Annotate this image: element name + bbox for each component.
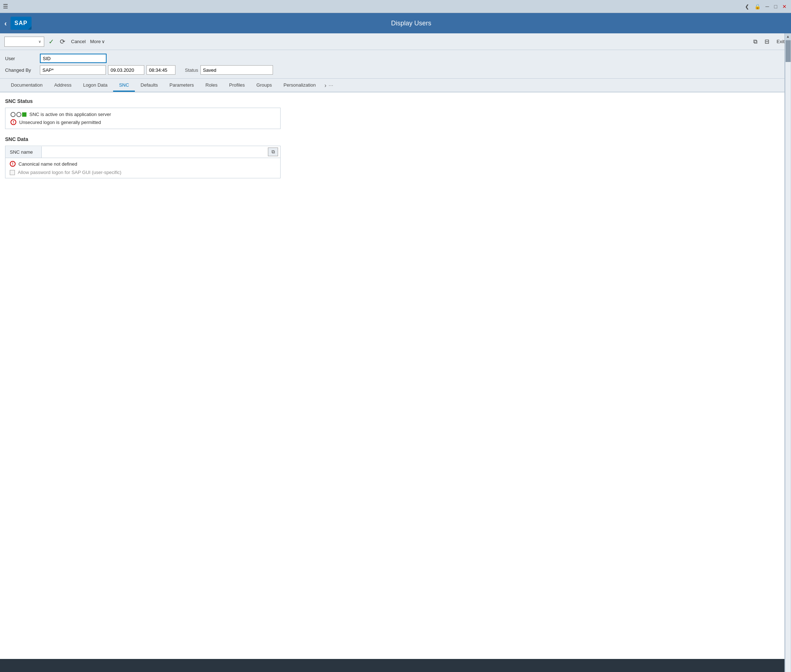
dropdown-arrow-icon: ∨: [38, 40, 41, 43]
right-scrollbar: ▲ ▼ ›: [785, 34, 791, 672]
app-header: ‹ SAP Display Users: [0, 13, 791, 34]
tabs-bar: Documentation Address Logon Data SNC Def…: [0, 78, 791, 93]
changed-by-row: Changed By Status: [5, 65, 786, 75]
snc-canonical-error-row: ! Canonical name not defined: [10, 161, 276, 167]
changed-by-label: Changed By: [5, 67, 38, 73]
snc-warning-row: ! Unsecured logon is generally permitted: [11, 119, 275, 125]
snc-browse-btn[interactable]: ⧉: [268, 147, 278, 156]
warning-icon: !: [11, 119, 16, 125]
close-btn[interactable]: ✕: [781, 3, 788, 10]
minimize-btn[interactable]: ─: [764, 3, 771, 10]
command-dropdown[interactable]: ∨: [4, 37, 44, 47]
toolbar-right: ⧉ ⊟ Exit: [751, 37, 787, 46]
tab-snc[interactable]: SNC: [113, 78, 135, 92]
restore-view-btn[interactable]: ⧉: [751, 38, 759, 46]
check-button[interactable]: ✓: [47, 37, 56, 46]
snc-status-title: SNC Status: [5, 98, 786, 104]
tab-address[interactable]: Address: [48, 78, 77, 92]
tabs-more-btn[interactable]: ›: [322, 79, 328, 92]
cancel-button[interactable]: Cancel: [70, 38, 87, 45]
sap-logo-text: SAP: [14, 20, 27, 26]
changed-by-input[interactable]: [40, 65, 106, 75]
snc-info-rows: ! Canonical name not defined Allow passw…: [5, 158, 280, 178]
title-bar-controls: ❮ 🔒 ─ □ ✕: [743, 3, 788, 10]
snc-active-row: SNC is active on this application server: [11, 112, 275, 117]
scroll-up-btn[interactable]: ▲: [786, 34, 790, 40]
snc-name-input-wrap: ⧉: [42, 146, 280, 158]
snc-warning-text: Unsecured logon is generally permitted: [19, 120, 101, 125]
page-title: Display Users: [36, 19, 787, 27]
scrollbar-track: [786, 40, 791, 672]
status-label: Status: [185, 67, 198, 73]
status-input[interactable]: [200, 65, 273, 75]
snc-status-box: SNC is active on this application server…: [5, 108, 280, 129]
snc-green-indicator: [22, 112, 26, 117]
user-row: User: [5, 54, 786, 63]
refresh-button[interactable]: ⟳: [58, 37, 67, 46]
tab-personalization[interactable]: Personalization: [278, 78, 322, 92]
snc-name-label: SNC name: [5, 146, 42, 158]
lock-icon[interactable]: 🔒: [753, 3, 762, 10]
more-menu[interactable]: More ∨: [90, 39, 105, 44]
password-logon-label: Allow password logon for SAP GUI (user-s…: [18, 170, 122, 175]
header-back-btn[interactable]: ‹: [4, 19, 7, 27]
snc-tab-content: SNC Status SNC is active on this applica…: [0, 93, 791, 184]
tab-profiles[interactable]: Profiles: [223, 78, 250, 92]
password-logon-checkbox[interactable]: [10, 170, 15, 175]
form-area: User Changed By Status: [0, 50, 791, 78]
snc-checkbox-row: Allow password logon for SAP GUI (user-s…: [10, 170, 276, 175]
tab-defaults[interactable]: Defaults: [135, 78, 164, 92]
snc-name-input[interactable]: [44, 147, 268, 156]
maximize-btn[interactable]: □: [773, 3, 779, 10]
more-arrow-icon: ∨: [101, 39, 105, 44]
snc-canonical-error-text: Canonical name not defined: [19, 161, 77, 167]
user-input[interactable]: [40, 54, 107, 63]
tabs-overflow-icon: ···: [328, 82, 333, 92]
browse-icon: ⧉: [272, 149, 275, 155]
canonical-error-icon: !: [10, 161, 16, 167]
tab-parameters[interactable]: Parameters: [164, 78, 200, 92]
tab-roles[interactable]: Roles: [200, 78, 223, 92]
tab-groups[interactable]: Groups: [250, 78, 278, 92]
snc-active-text: SNC is active on this application server: [29, 112, 111, 117]
snc-name-row: SNC name ⧉: [5, 146, 280, 158]
title-bar: ☰ ❮ 🔒 ─ □ ✕: [0, 0, 791, 13]
menu-icon[interactable]: ☰: [3, 3, 8, 10]
more-label: More: [90, 39, 101, 44]
main-content: SNC Status SNC is active on this applica…: [0, 93, 791, 659]
sap-logo: SAP: [11, 17, 32, 30]
user-label: User: [5, 56, 38, 61]
snc-active-icon: [11, 112, 26, 117]
tab-documentation[interactable]: Documentation: [5, 78, 48, 92]
toolbar: ∨ ✓ ⟳ Cancel More ∨ ⧉ ⊟ Exit: [0, 34, 791, 50]
time-input[interactable]: [146, 65, 175, 75]
snc-circle-1: [11, 112, 16, 117]
nav-back-btn[interactable]: ❮: [743, 3, 751, 10]
tile-btn[interactable]: ⊟: [762, 37, 772, 46]
bottom-bar: [0, 659, 791, 672]
tab-logon-data[interactable]: Logon Data: [77, 78, 113, 92]
scrollbar-thumb[interactable]: [786, 40, 791, 62]
date-input[interactable]: [108, 65, 144, 75]
snc-circle-2: [16, 112, 21, 117]
snc-data-box: SNC name ⧉ ! Canonical name not defined: [5, 146, 280, 178]
snc-data-title: SNC Data: [5, 136, 786, 142]
